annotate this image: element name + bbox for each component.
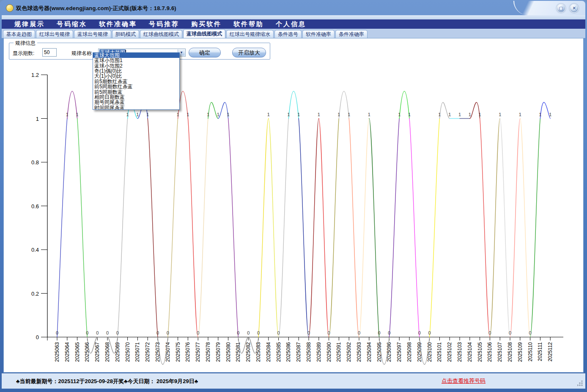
window-title: 双色球选号器(www.edengjiang.com)-正式版(版本号：18.7.… <box>16 5 176 12</box>
menu-item-1[interactable]: 号码缩水 <box>51 20 93 28</box>
close-button[interactable]: ✕ <box>570 4 579 13</box>
status-bar: ♣当前最新期号：2025112于2025-09-28开奖♣今天日期： 2025年… <box>2 373 585 389</box>
confirm-button[interactable]: 确定 <box>189 48 221 57</box>
recommend-link[interactable]: 点击查看推荐号码 <box>442 377 486 385</box>
tab-5[interactable]: 蓝球曲线图模式 <box>183 29 225 38</box>
title-bar: 双色球选号器(www.edengjiang.com)-正式版(版本号：18.7.… <box>2 1 585 15</box>
tab-bar: 基本走趋图红球出号规律蓝球出号规律胆码模式红球曲线图模式蓝球曲线图模式红球出号规… <box>2 29 585 38</box>
rule-info-group-title: 规律信息 <box>14 40 37 47</box>
menu-item-6[interactable]: 个人信息 <box>270 20 312 28</box>
menu-item-2[interactable]: 软件准确率 <box>93 20 143 28</box>
periods-label: 显示期数: <box>13 50 34 57</box>
tab-0[interactable]: 基本走趋图 <box>3 30 35 38</box>
menu-item-0[interactable]: 规律展示 <box>8 20 51 28</box>
tab-8[interactable]: 软件准确率 <box>302 30 335 38</box>
dropdown-option-1[interactable]: 蓝球小范围1 <box>93 58 179 63</box>
dropdown-option-6[interactable]: 前5同期数红杀蓝 <box>93 84 179 89</box>
window-frame: 双色球选号器(www.edengjiang.com)-正式版(版本号：18.7.… <box>0 0 587 392</box>
tab-7[interactable]: 条件选号 <box>274 30 302 38</box>
rule-name-label: 规律名称 <box>71 50 92 57</box>
menu-bar: 规律展示号码缩水软件准确率号码推荐购买软件软件帮助个人信息 <box>2 19 585 29</box>
maximize-button[interactable]: ▢ <box>557 4 565 13</box>
dropdown-option-9[interactable]: 期号同尾杀蓝 <box>93 100 179 105</box>
window-controls: ▢ ✕ <box>557 4 579 13</box>
status-text: ♣当前最新期号：2025112于2025-09-28开奖♣今天日期： 2025年… <box>16 378 198 385</box>
tab-4[interactable]: 红球曲线图模式 <box>140 30 182 38</box>
chevron-down-icon: ▼ <box>180 51 183 54</box>
tab-1[interactable]: 红球出号规律 <box>36 30 73 38</box>
menu-item-5[interactable]: 软件帮助 <box>228 20 270 28</box>
dropdown-option-10[interactable]: 时间同尾杀蓝 <box>93 105 179 110</box>
resize-grip <box>577 381 583 386</box>
tab-3[interactable]: 胆码模式 <box>112 30 139 38</box>
titlebar-lower-strip <box>2 15 585 19</box>
app-icon <box>6 4 14 12</box>
tab-2[interactable]: 蓝球出号规律 <box>74 30 111 38</box>
content-panel: 规律信息 显示期数: 规律名称 蓝球大范围 ▼ 确定 开启放大 蓝球大范围蓝球小… <box>3 38 584 373</box>
tab-6[interactable]: 红球出号规律缩水 <box>226 30 274 38</box>
periods-input[interactable] <box>42 48 57 57</box>
tab-9[interactable]: 条件准确率 <box>335 30 368 38</box>
close-icon: ✕ <box>572 5 576 11</box>
rule-name-dropdown-list: 蓝球大范围蓝球小范围1蓝球小范围2奇(1)偶(0)比大(1)小(0)比前5期数红… <box>93 52 180 110</box>
menu-item-3[interactable]: 号码推荐 <box>143 20 185 28</box>
maximize-icon: ▢ <box>559 5 563 11</box>
menu-item-4[interactable]: 购买软件 <box>185 20 228 28</box>
dropdown-option-4[interactable]: 大(1)小(0)比 <box>93 74 179 79</box>
zoom-toggle-button[interactable]: 开启放大 <box>232 48 266 57</box>
